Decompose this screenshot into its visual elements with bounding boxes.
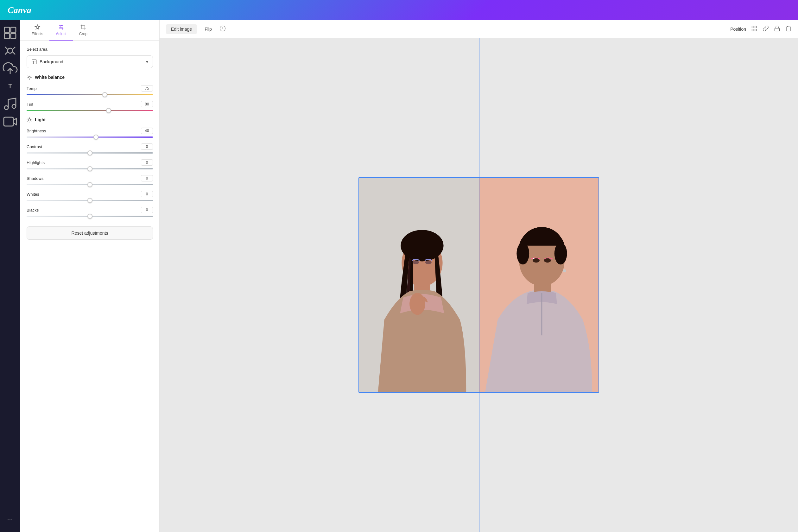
tint-thumb[interactable]	[106, 108, 111, 113]
brightness-thumb[interactable]	[93, 135, 98, 140]
brightness-slider[interactable]	[26, 136, 153, 138]
highlights-value: 0	[141, 159, 153, 166]
sidebar-item-elements[interactable]	[2, 43, 18, 58]
svg-rect-0	[4, 27, 10, 32]
contrast-thumb[interactable]	[88, 150, 93, 155]
white-balance-heading: White balance	[26, 74, 153, 80]
shadows-slider-row: Shadows 0	[26, 175, 153, 185]
svg-point-6	[4, 106, 8, 110]
contrast-slider-row: Contrast 0	[26, 144, 153, 154]
shadows-slider[interactable]	[26, 184, 153, 185]
svg-point-55	[563, 269, 566, 272]
highlights-slider-row: Highlights 0	[26, 159, 153, 169]
shadows-value: 0	[141, 175, 153, 182]
edit-image-button[interactable]: Edit image	[166, 24, 197, 34]
svg-rect-33	[752, 26, 754, 28]
blacks-slider[interactable]	[26, 216, 153, 217]
contrast-value: 0	[141, 144, 153, 150]
whites-value: 0	[141, 191, 153, 197]
panel-content: Select area Background ▾ White balance T…	[20, 40, 159, 532]
svg-rect-19	[32, 59, 36, 64]
flip-button[interactable]: Flip	[201, 24, 216, 34]
svg-point-7	[12, 104, 16, 108]
sidebar-item-text[interactable]: T	[2, 78, 18, 94]
grid-icon[interactable]	[751, 25, 758, 33]
highlights-slider[interactable]	[26, 168, 153, 169]
svg-point-15	[60, 26, 61, 27]
highlights-thumb[interactable]	[88, 166, 93, 171]
whites-thumb[interactable]	[88, 198, 93, 203]
temp-slider[interactable]	[26, 94, 153, 95]
svg-rect-37	[775, 28, 780, 31]
tab-adjust[interactable]: Adjust	[50, 20, 73, 40]
position-label: Position	[730, 26, 746, 32]
shadows-label: Shadows	[26, 176, 43, 181]
tint-slider-row: Tint 80	[26, 101, 153, 111]
select-area-dropdown[interactable]: Background ▾	[26, 55, 153, 68]
svg-point-42	[401, 230, 443, 261]
svg-line-29	[31, 118, 31, 118]
svg-point-20	[28, 76, 31, 78]
select-area-label: Select area	[26, 47, 153, 52]
lock-icon[interactable]	[774, 25, 780, 33]
sidebar-item-layout[interactable]	[2, 25, 18, 40]
image-left-panel	[359, 178, 479, 392]
image-canvas	[359, 177, 599, 393]
whites-label: Whites	[26, 192, 39, 197]
svg-rect-34	[755, 26, 757, 28]
tab-crop[interactable]: Crop	[73, 20, 94, 40]
reset-adjustments-button[interactable]: Reset adjustments	[26, 226, 153, 240]
svg-point-54	[544, 258, 551, 263]
svg-point-12	[62, 25, 63, 26]
brightness-label: Brightness	[26, 129, 46, 133]
tab-bar: Effects Adjust Crop	[20, 20, 159, 40]
tint-label: Tint	[26, 102, 33, 107]
temp-value: 75	[141, 85, 153, 92]
highlights-label: Highlights	[26, 160, 45, 165]
canvas-area	[159, 38, 798, 532]
svg-rect-1	[11, 27, 16, 32]
image-divider	[479, 177, 479, 393]
dropdown-chevron-icon: ▾	[146, 59, 148, 64]
brightness-value: 40	[141, 128, 153, 134]
toolbar-right: Position	[730, 25, 792, 33]
right-area: Edit image Flip Position	[159, 20, 798, 532]
blacks-value: 0	[141, 207, 153, 213]
svg-point-21	[28, 118, 31, 121]
contrast-slider[interactable]	[26, 152, 153, 154]
blacks-thumb[interactable]	[88, 214, 93, 219]
whites-slider-row: Whites 0	[26, 191, 153, 201]
light-heading: Light	[26, 117, 153, 122]
brightness-slider-row: Brightness 40	[26, 128, 153, 138]
link-icon[interactable]	[762, 25, 769, 33]
contrast-label: Contrast	[26, 145, 42, 149]
svg-point-49	[516, 243, 529, 265]
svg-point-18	[62, 28, 63, 29]
svg-line-28	[27, 121, 28, 121]
svg-point-53	[533, 258, 539, 263]
sidebar-item-upload[interactable]	[2, 61, 18, 76]
svg-rect-2	[4, 34, 10, 39]
icon-bar: T ···	[0, 20, 20, 532]
svg-rect-8	[4, 117, 13, 126]
sidebar-item-video[interactable]	[2, 114, 18, 129]
blacks-slider-row: Blacks 0	[26, 207, 153, 217]
canva-logo: Canva	[7, 5, 31, 15]
info-icon[interactable]	[220, 25, 226, 33]
main-layout: T ··· Effects Adjust Crop	[0, 20, 798, 532]
tint-value: 80	[141, 101, 153, 107]
sidebar-item-music[interactable]	[2, 96, 18, 112]
temp-slider-row: Temp 75	[26, 85, 153, 95]
svg-point-50	[554, 243, 567, 265]
shadows-thumb[interactable]	[88, 182, 93, 187]
svg-rect-36	[755, 29, 757, 31]
temp-thumb[interactable]	[102, 92, 107, 97]
tab-effects[interactable]: Effects	[25, 20, 50, 40]
side-panel: Effects Adjust Crop Select area Backgrou…	[20, 20, 159, 532]
whites-slider[interactable]	[26, 200, 153, 201]
trash-icon[interactable]	[785, 25, 792, 33]
sidebar-item-more[interactable]: ···	[2, 512, 18, 527]
svg-line-24	[27, 118, 28, 118]
tint-slider[interactable]	[26, 110, 153, 111]
header: Canva	[0, 0, 798, 20]
